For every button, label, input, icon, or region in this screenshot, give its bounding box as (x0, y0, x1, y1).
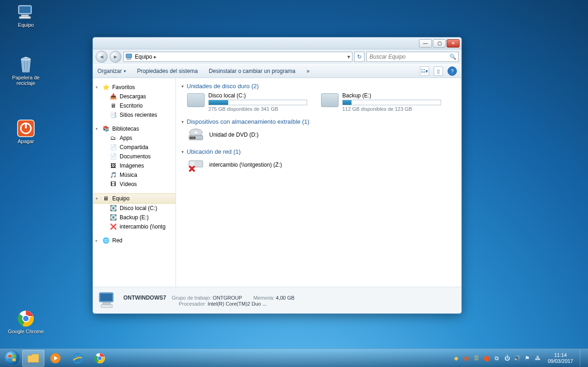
toolbar-organize[interactable]: Organizar ▾ (97, 68, 126, 74)
desktop-icon: 🖥 (109, 102, 117, 109)
tray-icon[interactable]: ◆ (453, 355, 460, 362)
drive-local-c[interactable]: Disco local (C:) 275 GB disponibles de 3… (187, 92, 307, 112)
navigation-sidebar: ⭐ Favoritos 📥Descargas 🖥Escritorio 📑Siti… (93, 78, 176, 287)
computer-icon: 🖥 (102, 195, 109, 202)
sidebar-item-apps[interactable]: 🗂Apps (93, 133, 176, 143)
svg-rect-12 (127, 58, 131, 60)
videos-icon: 🎞 (109, 180, 117, 188)
computer-icon (7, 3, 44, 21)
taskbar-clock[interactable]: 11:14 09/03/2017 (544, 352, 577, 363)
help-button[interactable]: ? (448, 66, 457, 76)
svg-text:DVD: DVD (191, 137, 195, 139)
tray-flag-icon[interactable]: ⚑ (524, 355, 531, 362)
start-button[interactable] (2, 350, 22, 367)
sidebar-item-recent[interactable]: 📑Sitios recientes (93, 110, 176, 120)
network-icon: 🌐 (102, 237, 109, 244)
section-network[interactable]: Ubicación de red (1) (182, 148, 456, 155)
hdd-icon (187, 93, 205, 107)
drive-dvd-d[interactable]: DVD Unidad de DVD (D:) (187, 128, 456, 142)
details-processor-label: Procesador: (179, 301, 206, 307)
breadcrumb-root[interactable]: Equipo ▸ (126, 53, 157, 60)
svg-rect-7 (25, 123, 27, 128)
tray-icon[interactable]: ⧉ (493, 355, 501, 362)
toolbar-more[interactable]: » (307, 68, 310, 74)
details-workgroup-label: Grupo de trabajo: (172, 295, 212, 301)
search-box[interactable]: 🔍 (366, 52, 459, 62)
search-icon[interactable]: 🔍 (449, 54, 456, 60)
search-input[interactable] (369, 53, 449, 60)
titlebar[interactable]: — ▢ ✕ (93, 37, 461, 49)
svg-rect-1 (19, 6, 30, 13)
desktop-icon-equipo[interactable]: Equipo (7, 3, 44, 28)
svg-rect-19 (190, 162, 194, 166)
clock-date: 09/03/2017 (548, 358, 573, 364)
drive-name: Backup (E:) (342, 92, 441, 99)
documents-icon: 📄 (109, 153, 117, 160)
hdd-icon: 💽 (109, 205, 117, 212)
drive-network-z[interactable]: intercambio (\\ontgestion) (Z:) (187, 158, 456, 172)
drive-free-space: 275 GB disponibles de 341 GB (208, 106, 307, 112)
drive-name: intercambio (\\ontgestion) (Z:) (209, 162, 282, 168)
breadcrumb-arrow-icon: ▸ (154, 54, 157, 60)
dvd-drive-icon: DVD (187, 128, 205, 142)
tray-network-icon[interactable]: 🖧 (534, 355, 541, 362)
show-desktop-button[interactable] (580, 350, 584, 367)
details-processor-value: Intel(R) Core(TM)2 Duo ... (207, 301, 267, 307)
section-hdd[interactable]: Unidades de disco duro (2) (182, 83, 456, 90)
sidebar-item-music[interactable]: 🎵Música (93, 170, 176, 180)
details-workgroup-value: ONTGROUP (213, 295, 242, 301)
explorer-window: — ▢ ✕ ◄ ► Equipo ▸ ▾ ↻ 🔍 Organizar ▾ Pro… (92, 37, 462, 314)
sidebar-favorites[interactable]: ⭐ Favoritos (93, 83, 176, 92)
sidebar-item-pictures[interactable]: 🖼Imágenes (93, 161, 176, 170)
sidebar-item-videos[interactable]: 🎞Vídeos (93, 180, 176, 189)
tray-icon[interactable]: ⬤ (483, 355, 491, 362)
sidebar-item-intercambio[interactable]: ❌intercambio (\\ontg (93, 222, 176, 231)
shared-icon: 📄 (109, 144, 117, 151)
svg-point-10 (23, 316, 29, 321)
breadcrumb-dropdown-icon[interactable]: ▾ (347, 54, 350, 60)
breadcrumb-label: Equipo (135, 54, 152, 60)
downloads-icon: 📥 (109, 93, 117, 100)
main-content: Unidades de disco duro (2) Disco local (… (176, 78, 461, 287)
sidebar-computer[interactable]: 🖥 Equipo (93, 193, 176, 204)
chrome-icon (7, 309, 44, 328)
tray-volume-icon[interactable]: 🔊 (514, 355, 521, 362)
toolbar-uninstall[interactable]: Desinstalar o cambiar un programa (209, 68, 295, 74)
space-usage-bar (208, 100, 307, 105)
pictures-icon: 🖼 (109, 162, 117, 169)
sidebar-libraries[interactable]: 📚 Bibliotecas (93, 124, 176, 133)
refresh-button[interactable]: ↻ (354, 52, 364, 62)
desktop-icon-recycle[interactable]: Papelera de reciclaje (7, 55, 44, 86)
close-button[interactable]: ✕ (447, 39, 460, 48)
address-bar[interactable]: Equipo ▸ ▾ (123, 52, 352, 62)
sidebar-item-local-c[interactable]: 💽Disco local (C:) (93, 204, 176, 213)
sidebar-item-documents[interactable]: 📄Documentos (93, 152, 176, 161)
forward-button[interactable]: ► (109, 51, 121, 63)
view-options-button[interactable]: ☷▾ (420, 66, 429, 76)
svg-rect-11 (126, 54, 132, 58)
tray-power-icon[interactable]: ⏻ (503, 355, 511, 362)
sidebar-item-shared[interactable]: 📄Compartida (93, 143, 176, 152)
back-button[interactable]: ◄ (96, 51, 108, 63)
sidebar-network[interactable]: 🌐 Red (93, 236, 176, 245)
section-removable[interactable]: Dispositivos con almacenamiento extraíbl… (182, 118, 456, 125)
sidebar-item-downloads[interactable]: 📥Descargas (93, 92, 176, 101)
minimize-button[interactable]: — (419, 39, 432, 48)
details-computer-name: ONTWINDOWS7 (123, 295, 166, 301)
tray-icon[interactable]: ☰ (473, 355, 480, 362)
sidebar-item-desktop[interactable]: 🖥Escritorio (93, 101, 176, 110)
star-icon: ⭐ (102, 84, 109, 91)
preview-pane-button[interactable]: ▯ (434, 66, 443, 76)
desktop-icon-chrome[interactable]: Google Chrome (7, 309, 44, 334)
tray-icon[interactable]: ▣ (463, 355, 470, 362)
maximize-button[interactable]: ▢ (433, 39, 446, 48)
sidebar-item-backup-e[interactable]: 💽Backup (E:) (93, 213, 176, 222)
taskbar-media-player[interactable] (44, 350, 67, 367)
taskbar-explorer[interactable] (22, 350, 44, 367)
toolbar-system-properties[interactable]: Propiedades del sistema (137, 68, 198, 74)
taskbar-internet-explorer[interactable] (67, 350, 89, 367)
desktop-icon-apagar[interactable]: Apagar (7, 119, 44, 144)
taskbar-chrome[interactable] (89, 350, 111, 367)
drive-backup-e[interactable]: Backup (E:) 112 GB disponibles de 123 GB (321, 92, 441, 112)
hdd-icon: 💽 (109, 214, 117, 221)
